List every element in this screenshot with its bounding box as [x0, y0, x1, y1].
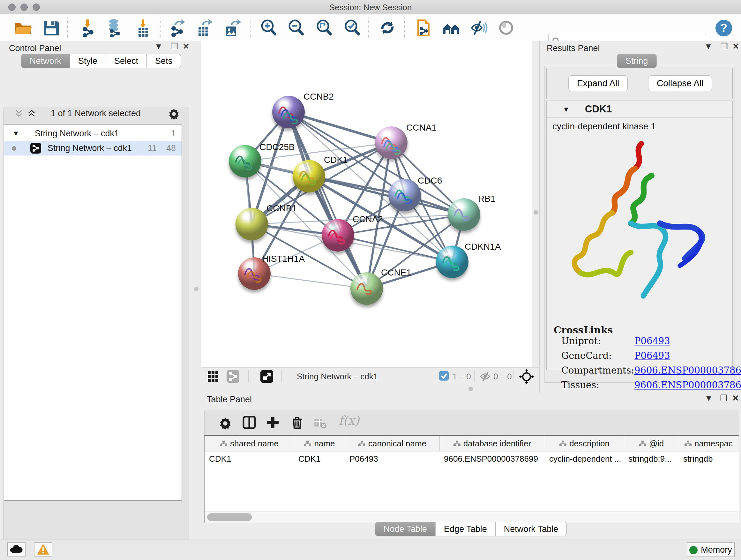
help-button[interactable]: ?: [714, 19, 733, 38]
network-row[interactable]: String Network – cdk1 11 48: [4, 141, 182, 155]
export-network-button[interactable]: [167, 18, 186, 37]
column-header-name[interactable]: name: [294, 436, 345, 451]
table-cell[interactable]: 9606.ENSP00000378699: [440, 452, 545, 466]
control-panel-menu-icon[interactable]: ▼: [154, 41, 163, 52]
import-table-button[interactable]: [133, 18, 152, 37]
table-panel-close-icon[interactable]: ✕: [732, 393, 739, 403]
crosslink-link[interactable]: P06493: [634, 335, 670, 347]
collapse-all-button[interactable]: Collapse All: [648, 75, 712, 91]
tab-network[interactable]: Network: [21, 54, 70, 68]
table-panel-menu-icon[interactable]: ▼: [704, 393, 713, 403]
table-cell[interactable]: P06493: [345, 452, 440, 466]
table-cell[interactable]: stringdb: [679, 452, 738, 466]
memory-button[interactable]: Memory: [687, 543, 735, 557]
show-columns-button[interactable]: [242, 415, 255, 428]
column-header-shared-name[interactable]: shared name: [205, 436, 294, 451]
network-node-cdkn1a[interactable]: [436, 246, 468, 278]
apply-layout-button[interactable]: [378, 18, 397, 37]
column-header-database-identifier[interactable]: database identifier: [440, 436, 545, 451]
column-header-canonical-name[interactable]: canonical name: [345, 436, 440, 451]
zoom-fit-button[interactable]: [315, 18, 334, 37]
network-node-ccnb2[interactable]: [272, 96, 305, 128]
gene-header-row[interactable]: ▼ CDK1: [547, 101, 732, 118]
zoom-selected-button[interactable]: [343, 18, 362, 37]
grid-view-button[interactable]: [207, 370, 219, 383]
cloud-status-button[interactable]: [7, 543, 25, 557]
tab-node-table[interactable]: Node Table: [375, 522, 435, 537]
node-label-cdc6: CDC6: [418, 176, 442, 186]
network-node-rb1[interactable]: [448, 198, 480, 231]
tab-select[interactable]: Select: [106, 54, 147, 68]
network-canvas[interactable]: CCNB2CCNA1CDC25BCDK1CDC6RB1CCNB1CCNA2CDK…: [201, 41, 533, 368]
table-cell[interactable]: cyclin-dependent ...: [545, 452, 624, 466]
crosslinks-title: CrossLinks: [554, 324, 732, 335]
table-cell[interactable]: CDK1: [294, 452, 345, 466]
crosslink-link[interactable]: P06493: [634, 350, 670, 361]
tab-network-table[interactable]: Network Table: [495, 522, 567, 537]
import-network-file-button[interactable]: [78, 18, 97, 37]
table-hscrollbar[interactable]: [205, 511, 739, 523]
column-header-namespac[interactable]: namespac: [679, 436, 738, 451]
table-cell[interactable]: CDK1: [205, 452, 294, 466]
network-node-cdc6[interactable]: [388, 179, 421, 211]
left-splitter[interactable]: [192, 41, 201, 540]
network-edge[interactable]: [338, 235, 452, 262]
control-panel-close-icon[interactable]: ✕: [183, 41, 190, 52]
clear-table-button[interactable]: [314, 417, 327, 430]
create-column-button[interactable]: [266, 415, 279, 428]
import-network-from-database-button[interactable]: [104, 18, 123, 37]
table-hscrollbar-thumb[interactable]: [207, 513, 252, 521]
open-session-button[interactable]: [13, 18, 32, 37]
column-header--id[interactable]: @id: [624, 436, 679, 451]
network-node-ccnb1[interactable]: [235, 208, 268, 240]
collection-expand-icon[interactable]: ▼: [12, 126, 19, 141]
network-edge[interactable]: [254, 273, 367, 289]
table-options-button[interactable]: [219, 416, 231, 429]
expand-all-button[interactable]: Expand All: [568, 75, 628, 91]
network-node-ccna2[interactable]: [322, 219, 354, 252]
gene-collapse-icon[interactable]: ▼: [562, 105, 569, 114]
results-panel-close-icon[interactable]: ✕: [732, 41, 739, 52]
tab-edge-table[interactable]: Edge Table: [435, 522, 495, 537]
table-cell[interactable]: stringdb:9...: [624, 452, 679, 466]
string-import-button[interactable]: [414, 18, 433, 37]
export-image-button[interactable]: [222, 18, 241, 37]
results-panel-menu-icon[interactable]: ▼: [704, 41, 713, 52]
birds-eye-view-button[interactable]: [260, 370, 273, 383]
network-collection-row[interactable]: ▼ String Network – cdk1 1: [4, 126, 182, 141]
show-structure-images-button[interactable]: [496, 18, 516, 37]
warnings-button[interactable]: [34, 543, 52, 557]
delete-column-button[interactable]: [290, 415, 303, 428]
string-results-box: Expand All Collapse All ▼ CDK1 cyclin-de…: [544, 66, 735, 382]
network-node-ccne1[interactable]: [350, 272, 383, 305]
tab-string[interactable]: String: [617, 54, 657, 68]
network-node-cdk1[interactable]: [293, 160, 325, 192]
function-builder-button[interactable]: f(x): [339, 414, 359, 428]
export-image-icon: [222, 18, 241, 37]
control-panel-float-icon[interactable]: ❐: [171, 41, 178, 52]
export-table-button[interactable]: [194, 18, 213, 37]
zoom-out-button[interactable]: [286, 18, 306, 37]
crosslink-label: Uniprot:: [561, 335, 601, 347]
results-panel-title: Results Panel: [547, 44, 600, 53]
node-label-rb1: RB1: [478, 194, 495, 204]
enhanced-labels-button[interactable]: [469, 18, 488, 37]
crosslink-link[interactable]: 9606.ENSP00000378699: [634, 365, 741, 376]
network-options-gear-icon[interactable]: [168, 107, 180, 122]
string-document-icon: [414, 18, 433, 37]
zoom-in-button[interactable]: [259, 18, 278, 37]
table-panel-float-icon[interactable]: ❐: [720, 393, 727, 403]
tab-style[interactable]: Style: [70, 54, 106, 68]
network-node-cdc25b[interactable]: [229, 145, 261, 178]
network-view-button[interactable]: [226, 370, 239, 383]
crosslink-link[interactable]: 9606.ENSP00000378699: [634, 380, 741, 390]
fit-content-button[interactable]: [519, 369, 534, 384]
collection-count: 1: [171, 126, 176, 141]
string-home-button[interactable]: [442, 18, 461, 37]
results-panel-float-icon[interactable]: ❐: [720, 41, 728, 52]
network-node-ccna1[interactable]: [375, 126, 408, 159]
right-splitter[interactable]: [532, 41, 539, 367]
tab-sets[interactable]: Sets: [147, 54, 181, 68]
save-session-button[interactable]: [42, 18, 61, 37]
column-header-description[interactable]: description: [545, 436, 624, 451]
